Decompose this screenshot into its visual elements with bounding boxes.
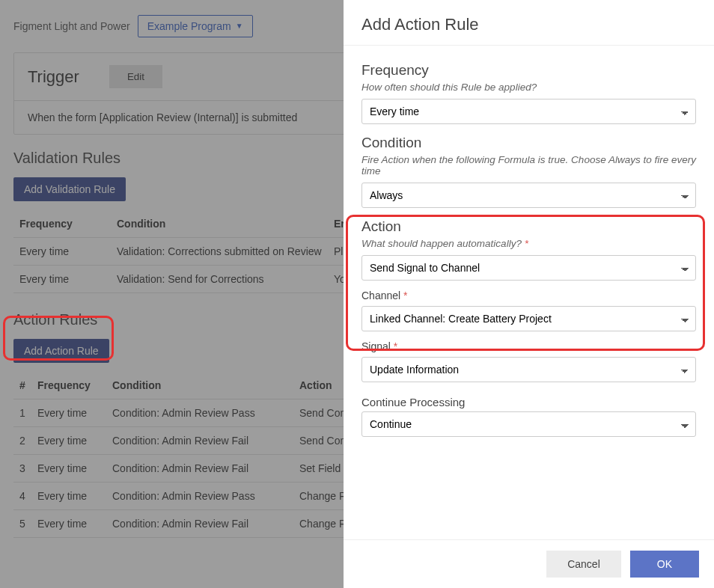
condition-hint: Fire Action when the following Formula i… [361, 154, 696, 177]
modal-title: Add Action Rule [361, 15, 696, 34]
condition-heading: Condition [361, 135, 696, 151]
frequency-heading: Frequency [361, 62, 696, 79]
ok-button[interactable]: OK [630, 551, 699, 578]
cancel-button[interactable]: Cancel [546, 551, 621, 578]
signal-label: Signal * [361, 340, 696, 352]
action-hint: What should happen automatically? * [361, 238, 696, 249]
continue-select[interactable]: Continue [361, 411, 696, 437]
frequency-hint: How often should this Rule be applied? [361, 82, 696, 93]
frequency-select[interactable]: Every time [361, 99, 696, 124]
channel-select[interactable]: Linked Channel: Create Battery Project [361, 306, 696, 331]
condition-select[interactable]: Always [361, 183, 696, 208]
channel-label: Channel * [361, 290, 696, 301]
continue-heading: Continue Processing [361, 396, 696, 408]
add-action-rule-modal: Add Action Rule Frequency How often shou… [344, 0, 714, 588]
action-heading: Action [361, 218, 696, 235]
signal-select[interactable]: Update Information [361, 357, 696, 382]
action-select[interactable]: Send Signal to Channel [361, 255, 696, 281]
